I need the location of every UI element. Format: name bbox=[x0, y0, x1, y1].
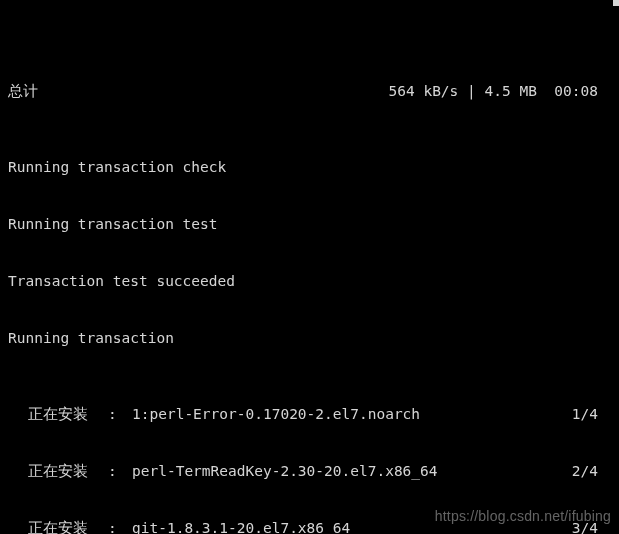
scrollbar-corner bbox=[613, 0, 619, 6]
trans-row: 正在安装: perl-TermReadKey-2.30-20.el7.x86_6… bbox=[8, 462, 598, 481]
trans-idx: 1/4 bbox=[558, 405, 598, 424]
trans-stage: 正在安装 bbox=[28, 519, 108, 534]
trans-pkg: perl-TermReadKey-2.30-20.el7.x86_64 bbox=[132, 462, 558, 481]
transaction-test: Running transaction test bbox=[8, 215, 611, 234]
transaction-check: Running transaction check bbox=[8, 158, 611, 177]
trans-idx: 2/4 bbox=[558, 462, 598, 481]
trans-row: 正在安装: 1:perl-Error-0.17020-2.el7.noarch1… bbox=[8, 405, 598, 424]
transaction-running: Running transaction bbox=[8, 329, 611, 348]
total-label: 总计 bbox=[8, 82, 38, 101]
download-stats: 564 kB/s | 4.5 MB 00:08 bbox=[388, 82, 598, 101]
trans-pkg: 1:perl-Error-0.17020-2.el7.noarch bbox=[132, 405, 558, 424]
trans-stage: 正在安装 bbox=[28, 462, 108, 481]
watermark-text: https://blog.csdn.net/ifubing bbox=[435, 507, 611, 526]
terminal-output[interactable]: 总计 564 kB/s | 4.5 MB 00:08 Running trans… bbox=[0, 0, 619, 534]
transaction-success: Transaction test succeeded bbox=[8, 272, 611, 291]
trans-stage: 正在安装 bbox=[28, 405, 108, 424]
download-summary-row: 总计 564 kB/s | 4.5 MB 00:08 bbox=[8, 82, 598, 101]
